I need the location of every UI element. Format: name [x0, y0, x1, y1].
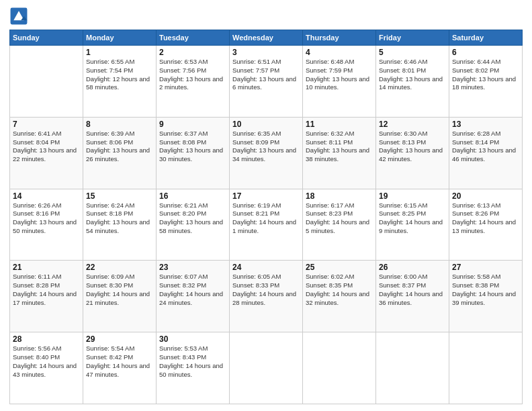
week-row-4: 21Sunrise: 6:11 AMSunset: 8:28 PMDayligh…: [10, 261, 523, 332]
day-number: 9: [159, 120, 226, 129]
day-info: Sunrise: 6:39 AMSunset: 8:06 PMDaylight:…: [86, 130, 153, 164]
day-cell: 16Sunrise: 6:21 AMSunset: 8:20 PMDayligh…: [157, 189, 230, 261]
day-info: Sunrise: 6:19 AMSunset: 8:21 PMDaylight:…: [232, 201, 300, 236]
day-info: Sunrise: 5:56 AMSunset: 8:40 PMDaylight:…: [13, 345, 80, 379]
day-cell: [449, 332, 523, 404]
day-number: 30: [159, 334, 226, 344]
day-info: Sunrise: 6:28 AMSunset: 8:14 PMDaylight:…: [452, 130, 519, 164]
day-number: 13: [452, 120, 519, 129]
day-number: 4: [306, 48, 373, 57]
day-number: 12: [379, 120, 446, 129]
calendar-table: SundayMondayTuesdayWednesdayThursdayFrid…: [9, 30, 523, 404]
day-cell: 4Sunrise: 6:48 AMSunset: 7:59 PMDaylight…: [303, 46, 376, 118]
day-number: 3: [232, 48, 300, 57]
day-number: 29: [86, 334, 153, 344]
day-number: 21: [13, 263, 80, 272]
day-cell: 23Sunrise: 6:07 AMSunset: 8:32 PMDayligh…: [157, 261, 230, 332]
day-cell: 10Sunrise: 6:35 AMSunset: 8:09 PMDayligh…: [230, 117, 303, 189]
day-info: Sunrise: 6:17 AMSunset: 8:23 PMDaylight:…: [306, 201, 373, 236]
day-info: Sunrise: 6:55 AMSunset: 7:54 PMDaylight:…: [86, 58, 153, 92]
day-info: Sunrise: 6:13 AMSunset: 8:26 PMDaylight:…: [452, 201, 519, 236]
day-info: Sunrise: 6:48 AMSunset: 7:59 PMDaylight:…: [306, 58, 373, 92]
week-row-3: 14Sunrise: 6:26 AMSunset: 8:16 PMDayligh…: [10, 189, 523, 261]
day-cell: 11Sunrise: 6:32 AMSunset: 8:11 PMDayligh…: [303, 117, 376, 189]
day-cell: 6Sunrise: 6:44 AMSunset: 8:02 PMDaylight…: [449, 46, 523, 118]
day-info: Sunrise: 6:35 AMSunset: 8:09 PMDaylight:…: [232, 130, 300, 164]
day-info: Sunrise: 6:02 AMSunset: 8:35 PMDaylight:…: [306, 273, 373, 307]
day-number: 11: [306, 120, 373, 129]
day-cell: 12Sunrise: 6:30 AMSunset: 8:13 PMDayligh…: [376, 117, 449, 189]
day-cell: 22Sunrise: 6:09 AMSunset: 8:30 PMDayligh…: [83, 261, 157, 332]
day-number: 15: [86, 191, 153, 201]
day-cell: 29Sunrise: 5:54 AMSunset: 8:42 PMDayligh…: [83, 332, 157, 404]
week-row-2: 7Sunrise: 6:41 AMSunset: 8:04 PMDaylight…: [10, 117, 523, 189]
day-number: 1: [86, 48, 153, 57]
day-number: 16: [159, 191, 226, 201]
weekday-header-tuesday: Tuesday: [157, 30, 230, 46]
day-info: Sunrise: 6:24 AMSunset: 8:18 PMDaylight:…: [86, 201, 153, 236]
day-info: Sunrise: 6:46 AMSunset: 8:01 PMDaylight:…: [379, 58, 446, 92]
day-cell: [303, 332, 376, 404]
day-cell: [10, 46, 83, 118]
day-info: Sunrise: 6:26 AMSunset: 8:16 PMDaylight:…: [13, 201, 80, 236]
day-cell: 2Sunrise: 6:53 AMSunset: 7:56 PMDaylight…: [157, 46, 230, 118]
day-info: Sunrise: 5:58 AMSunset: 8:38 PMDaylight:…: [452, 273, 519, 307]
day-cell: 26Sunrise: 6:00 AMSunset: 8:37 PMDayligh…: [376, 261, 449, 332]
day-number: 10: [232, 120, 300, 129]
day-info: Sunrise: 6:32 AMSunset: 8:11 PMDaylight:…: [306, 130, 373, 164]
week-row-5: 28Sunrise: 5:56 AMSunset: 8:40 PMDayligh…: [10, 332, 523, 404]
day-cell: [376, 332, 449, 404]
day-info: Sunrise: 6:00 AMSunset: 8:37 PMDaylight:…: [379, 273, 446, 307]
day-info: Sunrise: 6:37 AMSunset: 8:08 PMDaylight:…: [159, 130, 226, 164]
day-cell: 18Sunrise: 6:17 AMSunset: 8:23 PMDayligh…: [303, 189, 376, 261]
day-number: 26: [379, 263, 446, 272]
day-number: 8: [86, 120, 153, 129]
weekday-header-thursday: Thursday: [303, 30, 376, 46]
day-cell: 7Sunrise: 6:41 AMSunset: 8:04 PMDaylight…: [10, 117, 83, 189]
weekday-header-row: SundayMondayTuesdayWednesdayThursdayFrid…: [10, 30, 523, 46]
day-cell: 17Sunrise: 6:19 AMSunset: 8:21 PMDayligh…: [230, 189, 303, 261]
day-number: 24: [232, 263, 300, 272]
day-info: Sunrise: 6:07 AMSunset: 8:32 PMDaylight:…: [159, 273, 226, 307]
day-cell: [230, 332, 303, 404]
day-info: Sunrise: 6:05 AMSunset: 8:33 PMDaylight:…: [232, 273, 300, 307]
day-number: 14: [13, 191, 80, 201]
weekday-header-monday: Monday: [83, 30, 157, 46]
weekday-header-wednesday: Wednesday: [230, 30, 303, 46]
logo: [9, 7, 30, 26]
day-cell: 8Sunrise: 6:39 AMSunset: 8:06 PMDaylight…: [83, 117, 157, 189]
day-number: 18: [306, 191, 373, 201]
day-number: 2: [159, 48, 226, 57]
day-cell: 27Sunrise: 5:58 AMSunset: 8:38 PMDayligh…: [449, 261, 523, 332]
day-info: Sunrise: 6:51 AMSunset: 7:57 PMDaylight:…: [232, 58, 300, 92]
week-row-1: 1Sunrise: 6:55 AMSunset: 7:54 PMDaylight…: [10, 46, 523, 118]
day-cell: 24Sunrise: 6:05 AMSunset: 8:33 PMDayligh…: [230, 261, 303, 332]
logo-icon: [9, 7, 28, 26]
day-number: 25: [306, 263, 373, 272]
day-cell: 14Sunrise: 6:26 AMSunset: 8:16 PMDayligh…: [10, 189, 83, 261]
day-number: 17: [232, 191, 300, 201]
weekday-header-saturday: Saturday: [449, 30, 523, 46]
day-number: 27: [452, 263, 519, 272]
day-info: Sunrise: 6:11 AMSunset: 8:28 PMDaylight:…: [13, 273, 80, 307]
weekday-header-friday: Friday: [376, 30, 449, 46]
day-info: Sunrise: 6:44 AMSunset: 8:02 PMDaylight:…: [452, 58, 519, 92]
day-info: Sunrise: 5:53 AMSunset: 8:43 PMDaylight:…: [159, 345, 226, 379]
day-number: 19: [379, 191, 446, 201]
day-info: Sunrise: 6:30 AMSunset: 8:13 PMDaylight:…: [379, 130, 446, 164]
day-info: Sunrise: 6:09 AMSunset: 8:30 PMDaylight:…: [86, 273, 153, 307]
day-info: Sunrise: 6:41 AMSunset: 8:04 PMDaylight:…: [13, 130, 80, 164]
day-cell: 1Sunrise: 6:55 AMSunset: 7:54 PMDaylight…: [83, 46, 157, 118]
day-number: 23: [159, 263, 226, 272]
header: [9, 7, 523, 26]
day-cell: 25Sunrise: 6:02 AMSunset: 8:35 PMDayligh…: [303, 261, 376, 332]
day-cell: 5Sunrise: 6:46 AMSunset: 8:01 PMDaylight…: [376, 46, 449, 118]
weekday-header-sunday: Sunday: [10, 30, 83, 46]
day-cell: 3Sunrise: 6:51 AMSunset: 7:57 PMDaylight…: [230, 46, 303, 118]
day-number: 22: [86, 263, 153, 272]
calendar-page: SundayMondayTuesdayWednesdayThursdayFrid…: [0, 0, 532, 411]
day-number: 6: [452, 48, 519, 57]
day-info: Sunrise: 5:54 AMSunset: 8:42 PMDaylight:…: [86, 345, 153, 379]
day-cell: 13Sunrise: 6:28 AMSunset: 8:14 PMDayligh…: [449, 117, 523, 189]
day-cell: 9Sunrise: 6:37 AMSunset: 8:08 PMDaylight…: [157, 117, 230, 189]
